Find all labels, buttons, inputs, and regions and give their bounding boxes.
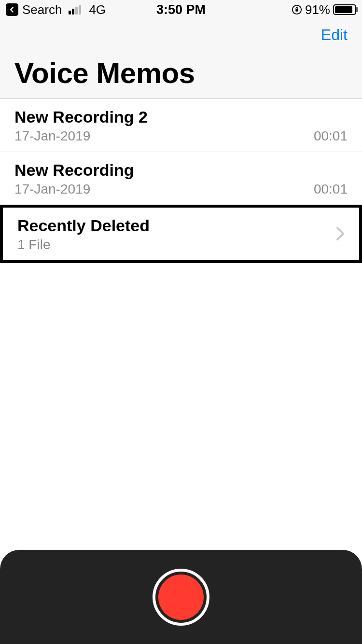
network-label: 4G xyxy=(89,2,106,17)
chevron-right-icon xyxy=(336,226,345,243)
rotation-lock-icon xyxy=(292,4,302,15)
status-bar: Search 4G 3:50 PM 91% xyxy=(0,0,362,19)
back-to-search-button[interactable] xyxy=(6,3,18,16)
nav-bar: Edit xyxy=(0,19,362,47)
recording-duration: 00:01 xyxy=(314,182,348,197)
svg-rect-1 xyxy=(295,9,298,12)
cellular-signal-icon xyxy=(69,5,81,14)
record-icon xyxy=(158,574,204,620)
recordings-list: New Recording 2 17-Jan-2019 00:01 New Re… xyxy=(0,99,362,263)
status-time: 3:50 PM xyxy=(156,2,206,17)
record-bar xyxy=(0,550,362,644)
recording-date: 17-Jan-2019 xyxy=(14,182,90,197)
recently-deleted-title: Recently Deleted xyxy=(17,216,330,235)
recording-title: New Recording 2 xyxy=(14,108,348,126)
recording-duration: 00:01 xyxy=(314,128,348,144)
title-area: Voice Memos xyxy=(0,47,362,99)
battery-percent: 91% xyxy=(305,2,330,17)
battery-icon xyxy=(333,4,356,15)
recently-deleted-subtitle: 1 File xyxy=(17,237,50,252)
recording-row[interactable]: New Recording 17-Jan-2019 00:01 xyxy=(0,152,362,205)
recording-date: 17-Jan-2019 xyxy=(14,128,90,144)
chevron-left-icon xyxy=(9,6,15,13)
edit-button[interactable]: Edit xyxy=(321,26,348,44)
recently-deleted-row[interactable]: Recently Deleted 1 File xyxy=(0,205,362,263)
back-label[interactable]: Search xyxy=(22,2,62,17)
record-button[interactable] xyxy=(153,569,209,626)
recording-row[interactable]: New Recording 2 17-Jan-2019 00:01 xyxy=(0,99,362,152)
recording-title: New Recording xyxy=(14,161,348,180)
page-title: Voice Memos xyxy=(14,56,348,90)
